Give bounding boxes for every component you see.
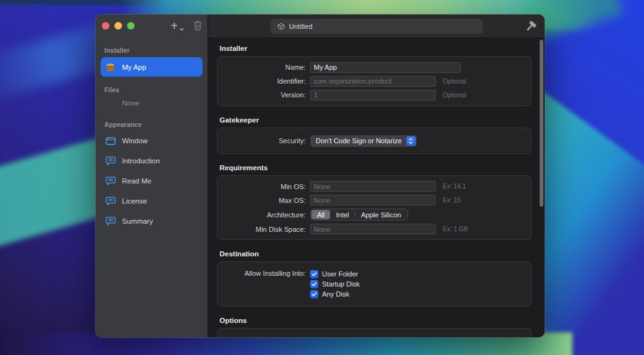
document-title-field[interactable]: Untitled — [270, 19, 483, 34]
section-title-destination: Destination — [219, 250, 531, 258]
window-icon — [104, 137, 116, 145]
speech-bubble-icon — [104, 217, 116, 226]
sidebar-item-label: Summary — [122, 217, 153, 225]
sidebar-item-read-me[interactable]: Read Me — [101, 172, 203, 190]
max-os-label: Max OS: — [218, 197, 306, 204]
sidebar-item-license[interactable]: License — [101, 192, 203, 210]
sidebar-item-label: None — [122, 99, 140, 107]
min-os-note: Ex: 14.1 — [443, 183, 466, 190]
build-button[interactable] — [525, 20, 537, 35]
options-card — [217, 328, 531, 337]
requirements-card: Min OS: Ex: 14.1 Max OS: Ex: 15 Architec… — [217, 175, 531, 240]
minimize-button[interactable] — [114, 22, 122, 30]
min-disk-space-input[interactable] — [310, 224, 436, 234]
sidebar-section-appearance: Appearance — [104, 121, 208, 128]
allow-installing-label: Allow Installing Into: — [218, 269, 306, 279]
speech-bubble-icon — [104, 197, 116, 205]
architecture-segmented-control: All Intel Apple Silicon — [310, 209, 408, 221]
min-disk-space-label: Min Disk Space: — [218, 226, 306, 233]
segment-all[interactable]: All — [311, 210, 330, 219]
sidebar-item-label: License — [122, 197, 147, 205]
min-os-label: Min OS: — [218, 183, 306, 190]
segment-apple-silicon[interactable]: Apple Silicon — [355, 210, 407, 219]
max-os-note: Ex: 15 — [443, 197, 460, 204]
checkbox-checked-icon — [310, 290, 318, 298]
traffic-lights — [102, 22, 135, 30]
close-button[interactable] — [102, 22, 109, 30]
installer-card: Name: Identifier: Optional Version: Opti… — [217, 56, 531, 106]
architecture-label: Architecture: — [218, 211, 306, 219]
section-title-requirements: Requirements — [219, 164, 531, 172]
security-popup-button[interactable]: Don't Code Sign or Notarize — [310, 135, 417, 147]
content-area: Installer Name: Identifier: Optional Ver… — [208, 38, 545, 337]
section-title-gatekeeper: Gatekeeper — [219, 116, 531, 124]
sidebar-item-introduction[interactable]: Introduction — [101, 151, 203, 170]
sidebar-item-window[interactable]: Window — [101, 131, 203, 150]
checkbox-any-disk[interactable]: Any Disk — [310, 289, 360, 299]
app-window: + Installer — [96, 14, 545, 337]
sidebar-item-label: Introduction — [122, 157, 160, 165]
version-note: Optional — [443, 92, 466, 99]
name-label: Name: — [218, 63, 306, 71]
max-os-input[interactable] — [310, 195, 436, 205]
section-title-installer: Installer — [219, 45, 531, 52]
sidebar-toolbar: + — [96, 14, 208, 47]
section-title-options: Options — [219, 317, 531, 324]
version-input[interactable] — [310, 90, 436, 101]
version-label: Version: — [218, 91, 306, 99]
popup-chevrons-icon — [406, 136, 416, 146]
checkbox-checked-icon — [310, 280, 318, 288]
document-title: Untitled — [289, 23, 313, 30]
speech-bubble-icon — [104, 177, 116, 185]
identifier-note: Optional — [443, 78, 466, 85]
checkbox-label: User Folder — [322, 270, 358, 278]
name-input[interactable] — [310, 62, 461, 73]
checkbox-startup-disk[interactable]: Startup Disk — [310, 279, 360, 289]
sidebar-section-files: Files — [104, 87, 208, 94]
sidebar-item-my-app[interactable]: My App — [101, 57, 203, 77]
sidebar-item-label: Window — [122, 137, 148, 145]
sidebar: + Installer — [96, 14, 208, 337]
checkbox-label: Any Disk — [322, 290, 349, 298]
identifier-label: Identifier: — [218, 77, 306, 85]
checkbox-label: Startup Disk — [322, 280, 360, 288]
min-os-input[interactable] — [310, 181, 436, 192]
identifier-input[interactable] — [310, 76, 436, 87]
main-pane: Untitled Installer Name: — [208, 14, 545, 337]
add-button[interactable]: + — [170, 19, 184, 32]
min-disk-space-note: Ex: 1 GB — [443, 226, 468, 232]
package-cube-icon — [277, 23, 285, 30]
destination-card: Allow Installing Into: User Folder — [217, 261, 531, 307]
sidebar-item-label: My App — [122, 63, 146, 71]
security-label: Security: — [218, 137, 306, 145]
sidebar-item-none: None — [101, 97, 203, 109]
sidebar-item-summary[interactable]: Summary — [101, 212, 203, 231]
checkbox-user-folder[interactable]: User Folder — [310, 269, 360, 279]
zoom-button[interactable] — [127, 22, 135, 30]
package-box-icon — [104, 61, 116, 73]
hammer-icon — [525, 20, 537, 33]
delete-button[interactable] — [193, 20, 203, 33]
toolbar: Untitled — [208, 14, 545, 38]
segment-intel[interactable]: Intel — [330, 210, 355, 219]
plus-icon: + — [170, 19, 178, 32]
trash-icon — [193, 20, 203, 31]
sidebar-section-installer: Installer — [104, 47, 208, 54]
checkbox-checked-icon — [310, 270, 318, 278]
speech-bubble-icon — [104, 156, 116, 165]
gatekeeper-card: Security: Don't Code Sign or Notarize — [217, 128, 531, 154]
chevron-down-icon — [179, 27, 184, 32]
vertical-scrollbar[interactable] — [540, 40, 543, 207]
sidebar-item-label: Read Me — [122, 177, 152, 185]
security-popup-value: Don't Code Sign or Notarize — [316, 137, 402, 145]
